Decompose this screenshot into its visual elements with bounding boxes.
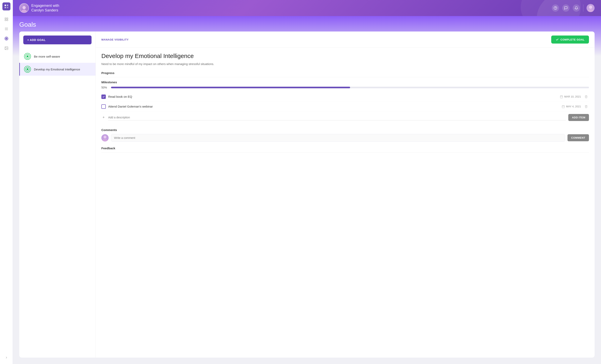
milestone-delete-1[interactable] (583, 94, 589, 99)
goal-detail-body: Develop my Emotional Intelligence Need t… (96, 48, 595, 358)
progress-bar-background (111, 87, 589, 88)
complete-goal-button[interactable]: COMPLETE GOAL (551, 36, 589, 44)
progress-percent: 50% (101, 86, 109, 89)
engagement-avatar (19, 3, 29, 13)
goal-label-2: Develop my Emotional Intelligence (34, 68, 80, 71)
user-avatar[interactable] (587, 4, 595, 12)
header: Engagement with Carolyn Sanders (13, 0, 601, 16)
svg-point-13 (6, 38, 7, 39)
milestones-label: Milestones (101, 80, 589, 84)
svg-rect-5 (7, 18, 8, 19)
sidebar-item-gallery[interactable] (2, 44, 10, 52)
page-title-area: Goals (13, 16, 601, 31)
svg-rect-4 (5, 18, 6, 19)
svg-point-21 (589, 6, 592, 9)
milestone-text-1: Read book on EQ (108, 95, 557, 98)
goal-detail-panel: MANAGE VISIBILITY COMPLETE GOAL Develop … (96, 31, 595, 358)
add-item-button[interactable]: ADD ITEM (568, 114, 589, 121)
goal-icon-1 (24, 53, 31, 60)
goal-item-2[interactable]: Develop my Emotional Intelligence (19, 63, 96, 76)
bell-button[interactable] (573, 4, 580, 12)
progress-bar-row: 50% (101, 86, 589, 89)
milestone-date-text-1: MAR 10, 2021 (564, 95, 581, 98)
engagement-title: Engagement with Carolyn Sanders (31, 3, 59, 13)
svg-rect-29 (560, 96, 563, 98)
manage-visibility-button[interactable]: MANAGE VISIBILITY (101, 38, 129, 41)
page-title: Goals (19, 21, 595, 28)
svg-rect-0 (5, 5, 6, 6)
svg-point-25 (27, 55, 29, 57)
goal-label-1: Be more self-aware (34, 55, 60, 58)
header-actions (552, 4, 595, 12)
comments-title: Comments (101, 128, 589, 132)
milestone-row-1: Read book on EQ MAR 10, 2021 (101, 92, 589, 102)
sidebar (0, 0, 13, 364)
sidebar-item-list[interactable] (2, 25, 10, 33)
goal-detail-description: Need to be more mindful of my impact on … (101, 62, 589, 66)
help-button[interactable] (552, 4, 559, 12)
main-content: Engagement with Carolyn Sanders (13, 0, 601, 364)
add-item-plus-icon: + (101, 115, 106, 120)
goals-left-panel: + ADD GOAL Be more self-aware (19, 31, 96, 358)
milestone-text-2: Attend Daniel Goleman's webinar (108, 105, 559, 108)
add-goal-button[interactable]: + ADD GOAL (23, 36, 91, 44)
milestone-row-2: Attend Daniel Goleman's webinar MAY 4, 2… (101, 102, 589, 112)
sidebar-logo[interactable] (2, 2, 10, 10)
comment-button[interactable]: COMMENT (568, 134, 589, 141)
progress-section-title: Progress (101, 71, 589, 75)
goal-detail-header: MANAGE VISIBILITY COMPLETE GOAL (96, 31, 595, 48)
milestone-delete-2[interactable] (583, 104, 589, 109)
goal-detail-title: Develop my Emotional Intelligence (101, 53, 589, 59)
commenter-avatar (101, 134, 109, 141)
engagement-info: Engagement with Carolyn Sanders (19, 3, 59, 13)
content-area: Goals + ADD GOAL Be more se (13, 16, 601, 364)
two-column-layout: + ADD GOAL Be more self-aware (13, 31, 601, 364)
progress-bar-fill (111, 87, 350, 88)
svg-rect-1 (7, 5, 8, 6)
sidebar-item-goals[interactable] (2, 35, 10, 42)
milestone-date-1: MAR 10, 2021 (560, 95, 581, 98)
feedback-section: Feedback (101, 147, 589, 153)
comment-row: COMMENT (101, 134, 589, 142)
milestone-date-2: MAY 4, 2021 (562, 105, 581, 108)
svg-rect-33 (562, 105, 564, 108)
goal-icon-2 (24, 66, 31, 73)
comments-section: Comments COMMENT (101, 128, 589, 142)
goal-item-1[interactable]: Be more self-aware (19, 50, 96, 63)
svg-point-28 (27, 68, 29, 70)
svg-point-38 (104, 136, 106, 138)
complete-goal-label: COMPLETE GOAL (561, 38, 585, 41)
svg-point-15 (5, 47, 6, 48)
add-item-input[interactable] (108, 115, 566, 120)
svg-point-17 (21, 10, 27, 12)
progress-divider (101, 77, 589, 77)
milestone-checkbox-1[interactable] (101, 95, 106, 99)
goal-list: Be more self-aware Develop my Emotional … (19, 48, 96, 358)
sidebar-item-dashboard[interactable] (2, 15, 10, 23)
milestone-date-text-2: MAY 4, 2021 (566, 105, 581, 108)
comment-input[interactable] (111, 134, 565, 142)
feedback-divider (101, 152, 589, 153)
svg-rect-3 (7, 7, 8, 8)
svg-rect-6 (5, 20, 6, 21)
add-item-row: + ADD ITEM (101, 112, 589, 123)
sidebar-expand-button[interactable] (2, 354, 10, 362)
chat-button[interactable] (562, 4, 570, 12)
svg-point-16 (22, 6, 26, 9)
svg-rect-7 (7, 20, 8, 21)
milestone-checkbox-2[interactable] (101, 104, 106, 109)
feedback-title: Feedback (101, 147, 589, 150)
svg-rect-2 (5, 7, 6, 8)
header-divider (583, 4, 583, 12)
